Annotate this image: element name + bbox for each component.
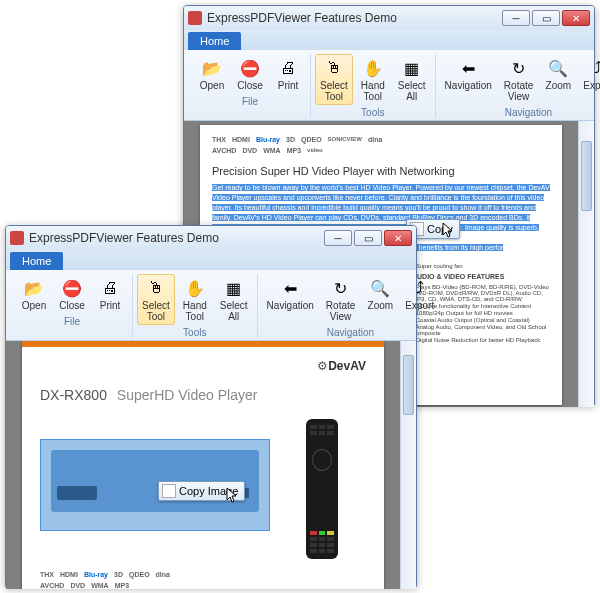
maximize-button[interactable]: ▭ <box>532 10 560 26</box>
feature-item: Super cooling fan <box>416 263 463 269</box>
brand-logo: ⚙DevAV <box>40 359 366 373</box>
window-front: ExpressPDFViewer Features Demo ─ ▭ ✕ Hom… <box>5 225 417 587</box>
copy-label: Copy <box>427 223 453 235</box>
folder-open-icon: 📂 <box>201 57 223 79</box>
open-button[interactable]: 📂Open <box>16 274 52 314</box>
window-title: ExpressPDFViewer Features Demo <box>29 231 324 245</box>
export-button[interactable]: ⤴Export <box>400 274 439 325</box>
hand-icon: ✋ <box>184 277 206 299</box>
rotate-view-button[interactable]: ↻Rotate View <box>321 274 360 325</box>
scrollbar-thumb[interactable] <box>403 355 414 415</box>
close-doc-icon: ⛔ <box>239 57 261 79</box>
printer-icon: 🖨 <box>99 277 121 299</box>
printer-icon: 🖨 <box>277 57 299 79</box>
export-icon: ⤴ <box>409 277 431 299</box>
tab-home[interactable]: Home <box>188 32 241 50</box>
model-subtitle: SuperHD Video Player <box>117 387 258 403</box>
rotate-icon: ↻ <box>330 277 352 299</box>
select-tool-button[interactable]: 🖱Select Tool <box>315 54 353 105</box>
ribbon-group-file: 📂Open ⛔Close 🖨Print File <box>190 54 311 118</box>
titlebar[interactable]: ExpressPDFViewer Features Demo ─ ▭ ✕ <box>184 6 594 30</box>
document-viewport-front[interactable]: ⚙DevAV DX-RX800 SuperHD Video Player <box>6 341 416 589</box>
copy-image-icon <box>162 484 176 498</box>
close-doc-icon: ⛔ <box>61 277 83 299</box>
cursor-icon: 🖱 <box>323 57 345 79</box>
close-doc-button[interactable]: ⛔Close <box>232 54 268 94</box>
select-all-button[interactable]: ▦Select All <box>393 54 431 105</box>
ribbon: 📂Open ⛔Close 🖨Print File 🖱Select Tool ✋H… <box>6 270 416 341</box>
print-button[interactable]: 🖨Print <box>270 54 306 94</box>
group-label-tools: Tools <box>361 107 384 118</box>
navigation-button[interactable]: ⬅Navigation <box>262 274 319 325</box>
titlebar[interactable]: ExpressPDFViewer Features Demo ─ ▭ ✕ <box>6 226 416 250</box>
minimize-button[interactable]: ─ <box>324 230 352 246</box>
ribbon-tabs: Home <box>184 30 594 50</box>
close-button[interactable]: ✕ <box>384 230 412 246</box>
remote-image <box>306 419 338 559</box>
export-icon: ⤴ <box>587 57 600 79</box>
print-button[interactable]: 🖨Print <box>92 274 128 314</box>
rotate-icon: ↻ <box>508 57 530 79</box>
maximize-button[interactable]: ▭ <box>354 230 382 246</box>
cursor-icon: 🖱 <box>145 277 167 299</box>
navigation-icon: ⬅ <box>279 277 301 299</box>
open-button[interactable]: 📂Open <box>194 54 230 94</box>
window-title: ExpressPDFViewer Features Demo <box>207 11 502 25</box>
scrollbar-thumb[interactable] <box>581 141 592 211</box>
select-tool-button[interactable]: 🖱Select Tool <box>137 274 175 325</box>
hand-tool-button[interactable]: ✋Hand Tool <box>177 274 213 325</box>
close-doc-button[interactable]: ⛔Close <box>54 274 90 314</box>
doc-heading: Precision Super HD Video Player with Net… <box>212 165 550 177</box>
ribbon-group-tools: 🖱Select Tool ✋Hand Tool ▦Select All Tool… <box>311 54 436 118</box>
app-icon <box>188 11 202 25</box>
select-all-icon: ▦ <box>223 277 245 299</box>
navigation-icon: ⬅ <box>457 57 479 79</box>
zoom-button[interactable]: 🔍Zoom <box>540 54 576 105</box>
rotate-view-button[interactable]: ↻Rotate View <box>499 54 538 105</box>
navigation-button[interactable]: ⬅Navigation <box>440 54 497 105</box>
select-all-button[interactable]: ▦Select All <box>215 274 253 325</box>
vertical-scrollbar[interactable] <box>578 121 594 407</box>
group-label-file: File <box>242 96 258 107</box>
ribbon-group-nav: ⬅Navigation ↻Rotate View 🔍Zoom ⤴Export N… <box>436 54 600 118</box>
hand-tool-button[interactable]: ✋Hand Tool <box>355 54 391 105</box>
zoom-icon: 🔍 <box>547 57 569 79</box>
ribbon-tabs: Home <box>6 250 416 270</box>
close-button[interactable]: ✕ <box>562 10 590 26</box>
tab-home[interactable]: Home <box>10 252 63 270</box>
zoom-icon: 🔍 <box>369 277 391 299</box>
model-number: DX-RX800 <box>40 387 107 403</box>
minimize-button[interactable]: ─ <box>502 10 530 26</box>
hand-icon: ✋ <box>362 57 384 79</box>
ribbon: 📂Open ⛔Close 🖨Print File 🖱Select Tool ✋H… <box>184 50 594 121</box>
folder-open-icon: 📂 <box>23 277 45 299</box>
vertical-scrollbar[interactable] <box>400 341 416 589</box>
group-label-nav: Navigation <box>505 107 552 118</box>
app-icon <box>10 231 24 245</box>
pdf-page: ⚙DevAV DX-RX800 SuperHD Video Player <box>22 341 384 589</box>
export-button[interactable]: ⤴Export <box>578 54 600 105</box>
zoom-button[interactable]: 🔍Zoom <box>362 274 398 325</box>
select-all-icon: ▦ <box>401 57 423 79</box>
copy-image-label: Copy Image <box>179 485 238 497</box>
copy-image-popup[interactable]: Copy Image <box>158 481 245 501</box>
